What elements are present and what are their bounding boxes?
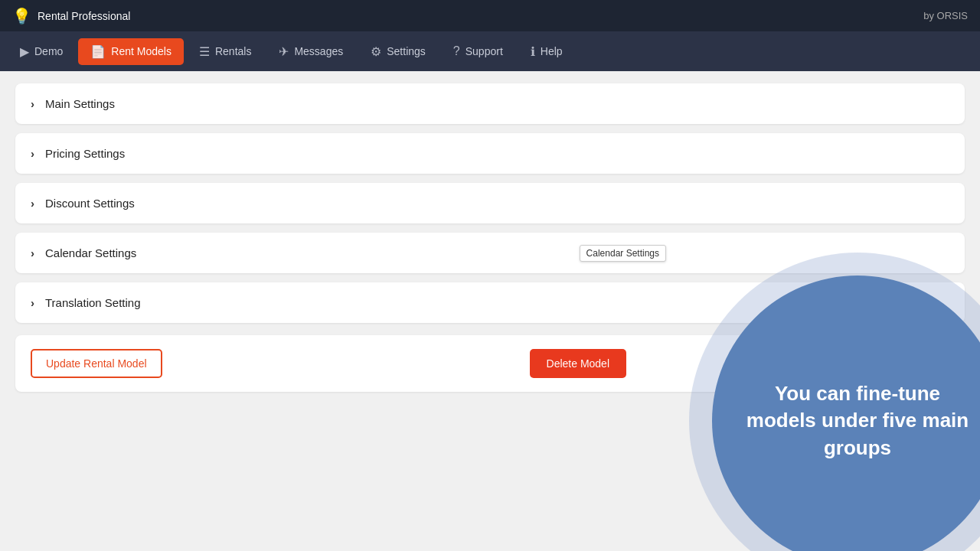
- nav-label-messages: Messages: [294, 45, 343, 57]
- translation-setting-label: Translation Setting: [45, 296, 141, 309]
- support-icon: ?: [453, 44, 460, 58]
- main-settings-card: › Main Settings: [15, 83, 965, 124]
- main-settings-label: Main Settings: [45, 97, 115, 110]
- nav-label-rentals: Rentals: [215, 45, 251, 57]
- messages-icon: ✈: [279, 44, 289, 59]
- translation-setting-chevron-icon: ›: [31, 296, 34, 309]
- pricing-settings-card: › Pricing Settings: [15, 133, 965, 174]
- nav-bar: ▶ Demo 📄 Rent Models ☰ Rentals ✈ Message…: [0, 31, 980, 71]
- nav-item-rent-models[interactable]: 📄 Rent Models: [78, 38, 184, 65]
- nav-label-rent-models: Rent Models: [111, 45, 172, 57]
- nav-item-help[interactable]: ℹ Help: [518, 38, 575, 65]
- brand-area: 💡 Rental Professional: [12, 7, 130, 25]
- discount-settings-chevron-icon: ›: [31, 197, 34, 210]
- demo-icon: ▶: [20, 44, 29, 59]
- discount-settings-label: Discount Settings: [45, 197, 135, 210]
- main-settings-chevron-icon: ›: [31, 97, 34, 110]
- update-rental-model-button[interactable]: Update Rental Model: [31, 349, 162, 378]
- rent-models-icon: 📄: [90, 44, 106, 59]
- brand-name: Rental Professional: [38, 10, 130, 22]
- nav-label-support: Support: [466, 45, 503, 57]
- brand-icon: 💡: [12, 7, 31, 25]
- calendar-settings-chevron-icon: ›: [31, 246, 34, 259]
- delete-model-button[interactable]: Delete Model: [530, 349, 627, 378]
- calendar-settings-tooltip: Calendar Settings: [580, 245, 666, 262]
- rentals-icon: ☰: [199, 44, 210, 59]
- calendar-settings-label: Calendar Settings: [45, 246, 136, 259]
- nav-item-settings[interactable]: ⚙ Settings: [358, 38, 438, 65]
- top-bar: 💡 Rental Professional by ORSIS: [0, 0, 980, 31]
- byline: by ORSIS: [923, 10, 968, 21]
- callout-text: You can fine-tune models under five main…: [743, 380, 972, 461]
- main-settings-row[interactable]: › Main Settings: [15, 83, 965, 124]
- nav-item-rentals[interactable]: ☰ Rentals: [187, 38, 263, 65]
- nav-label-settings: Settings: [387, 45, 426, 57]
- nav-item-support[interactable]: ? Support: [441, 38, 515, 64]
- nav-item-demo[interactable]: ▶ Demo: [8, 38, 75, 65]
- pricing-settings-label: Pricing Settings: [45, 147, 125, 160]
- discount-settings-card: › Discount Settings: [15, 183, 965, 223]
- nav-item-messages[interactable]: ✈ Messages: [266, 38, 355, 65]
- pricing-settings-row[interactable]: › Pricing Settings: [15, 133, 965, 174]
- settings-icon: ⚙: [371, 44, 381, 59]
- pricing-settings-chevron-icon: ›: [31, 147, 34, 160]
- nav-label-help: Help: [541, 45, 563, 57]
- nav-label-demo: Demo: [34, 45, 63, 57]
- help-icon: ℹ: [531, 44, 535, 59]
- discount-settings-row[interactable]: › Discount Settings: [15, 183, 965, 223]
